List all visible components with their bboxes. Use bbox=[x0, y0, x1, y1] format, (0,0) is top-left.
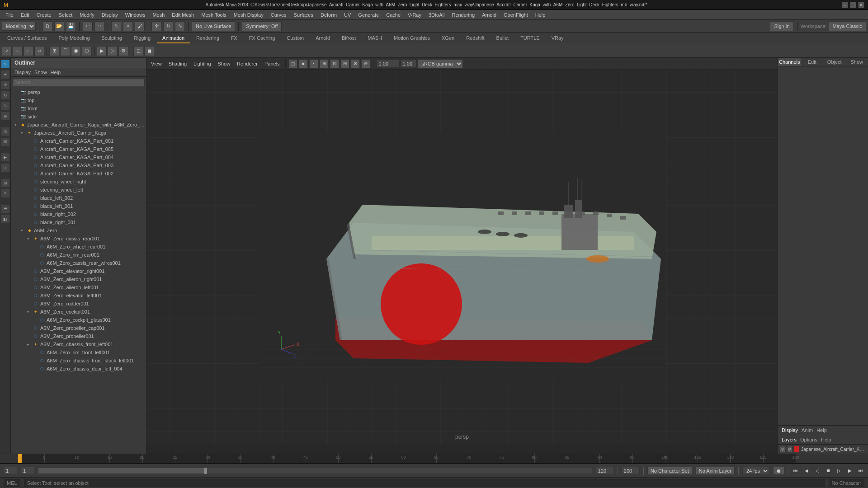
layer-tab-layers[interactable]: Layers bbox=[782, 437, 797, 442]
viewport-ctrl-btn[interactable]: ⊡ bbox=[330, 59, 339, 68]
outliner-item[interactable]: 📷side bbox=[11, 113, 146, 121]
outliner-item[interactable]: ⬡blade_right_002 bbox=[11, 210, 146, 218]
menu-item-cache[interactable]: Cache bbox=[382, 11, 404, 19]
right-tab-show[interactable]: Show bbox=[845, 58, 868, 66]
no-character-set-btn[interactable]: No Character Set bbox=[647, 467, 692, 475]
step-fwd-btn[interactable]: ▶ bbox=[846, 467, 854, 474]
menu-item-file[interactable]: File bbox=[2, 11, 17, 19]
outliner-item[interactable]: ⬡A6M_Zero_aileron_left001 bbox=[11, 283, 146, 291]
outliner-item[interactable]: ▸✦A6M_Zero_chassis_front_left001 bbox=[11, 340, 146, 348]
minimize-button[interactable]: ─ bbox=[842, 2, 848, 8]
render-btn[interactable]: ▶ bbox=[97, 46, 107, 56]
outliner-item[interactable]: ⬡A6M_Zero_propeller001 bbox=[11, 332, 146, 340]
scale-btn[interactable]: ⤡ bbox=[175, 21, 185, 31]
vertex-btn[interactable]: V bbox=[2, 46, 12, 56]
menu-item-surfaces[interactable]: Surfaces bbox=[290, 11, 317, 19]
rotate-btn[interactable]: ↻ bbox=[163, 21, 173, 31]
menu-item-mesh-tools[interactable]: Mesh Tools bbox=[198, 11, 230, 19]
right-tab-object[interactable]: Object bbox=[823, 58, 846, 66]
animation-range-bar[interactable] bbox=[38, 468, 592, 474]
outliner-item[interactable]: ▾✦A6M_Zero_cassis_rear001 bbox=[11, 235, 146, 243]
scale-tool-icon[interactable]: ⤡ bbox=[1, 101, 10, 110]
gamma-input[interactable] bbox=[401, 60, 416, 68]
outliner-item[interactable]: ⬡A6M_Zero_elevator_left001 bbox=[11, 291, 146, 300]
snap-surface-btn[interactable]: ⬡ bbox=[82, 46, 92, 56]
tab-sculpting[interactable]: Sculpting bbox=[96, 33, 127, 43]
viewport[interactable]: ViewShadingLightingShowRendererPanels◻■▪… bbox=[146, 58, 778, 454]
step-back-btn[interactable]: ◀ bbox=[803, 467, 810, 474]
tab-vray[interactable]: VRay bbox=[546, 33, 569, 43]
menu-item-mesh[interactable]: Mesh bbox=[149, 11, 168, 19]
no-live-surface-btn[interactable]: No Live Surface bbox=[192, 21, 235, 31]
workspace-value-btn[interactable]: Maya Classic bbox=[829, 21, 866, 31]
redo-btn[interactable]: ↪ bbox=[94, 21, 104, 31]
menu-item-curves[interactable]: Curves bbox=[267, 11, 290, 19]
play-fwd-btn[interactable]: ▷ bbox=[835, 467, 843, 474]
outliner-item[interactable]: ⬡A6M_Zero_wheel_rear001 bbox=[11, 243, 146, 251]
outliner-item[interactable]: ⬡steering_wheel_right bbox=[11, 178, 146, 186]
outliner-item[interactable]: ⬡Aircraft_Carrier_KAGA_Part_003 bbox=[11, 161, 146, 169]
viewport-ctrl-btn[interactable]: ⊟ bbox=[340, 59, 349, 68]
stop-btn[interactable]: ⏹ bbox=[825, 467, 832, 474]
outliner-menu-show[interactable]: Show bbox=[34, 70, 47, 75]
skip-start-btn[interactable]: ⏮ bbox=[792, 467, 799, 474]
outliner-item[interactable]: ⬡Aircraft_Carrier_KAGA_Part_001 bbox=[11, 137, 146, 145]
tab-fx-caching[interactable]: FX Caching bbox=[244, 33, 280, 43]
outliner-item[interactable]: ⬡A6M_Zero_aileron_right001 bbox=[11, 275, 146, 283]
snap-grid-btn[interactable]: ⊞ bbox=[49, 46, 59, 56]
object-btn[interactable]: O bbox=[34, 46, 44, 56]
outliner-item[interactable]: ⬡A6M_Zero_chassis_front_stock_left001 bbox=[11, 357, 146, 365]
menu-item-edit[interactable]: Edit bbox=[17, 11, 33, 19]
fps-dropdown[interactable]: 24 fps 30 fps bbox=[742, 467, 769, 475]
menu-item-windows[interactable]: Windows bbox=[122, 11, 149, 19]
display-tab-display[interactable]: Display bbox=[782, 427, 798, 433]
display-tab-anim[interactable]: Anim bbox=[802, 427, 813, 433]
select-btn[interactable]: ↖ bbox=[111, 21, 121, 31]
hardware-render-icon[interactable]: ▷ bbox=[1, 163, 10, 172]
tab-custom[interactable]: Custom bbox=[281, 33, 309, 43]
symmetry-btn[interactable]: Symmetry: Off bbox=[242, 21, 282, 31]
outliner-item[interactable]: ▾◆A6M_Zero bbox=[11, 226, 146, 235]
show-manipulator-icon[interactable]: ⊞ bbox=[1, 178, 10, 188]
menu-item-select[interactable]: Select bbox=[55, 11, 76, 19]
outliner-menu-help[interactable]: Help bbox=[51, 70, 61, 75]
lasso-btn[interactable]: ⌖ bbox=[123, 21, 133, 31]
paint-btn[interactable]: 🖌 bbox=[135, 21, 145, 31]
display-tab-help[interactable]: Help bbox=[816, 427, 827, 433]
undo-btn[interactable]: ↩ bbox=[83, 21, 93, 31]
close-button[interactable]: ✕ bbox=[858, 2, 864, 8]
layer-visibility-v[interactable]: V bbox=[780, 446, 785, 452]
menu-item-generate[interactable]: Generate bbox=[354, 11, 382, 19]
layers-icon[interactable]: ☰ bbox=[1, 204, 10, 213]
outliner-item[interactable]: ⬡A6M_Zero_rim_rear001 bbox=[11, 251, 146, 259]
viewport-ctrl-btn[interactable]: ⊞ bbox=[320, 59, 329, 68]
layer-tab-help[interactable]: Help bbox=[821, 437, 831, 442]
right-tab-channels[interactable]: Channels bbox=[778, 58, 801, 66]
menu-item-display[interactable]: Display bbox=[98, 11, 122, 19]
menu-item-create[interactable]: Create bbox=[33, 11, 55, 19]
play-back-btn[interactable]: ◁ bbox=[814, 467, 821, 474]
tab-motion-graphics[interactable]: Motion Graphics bbox=[388, 33, 435, 43]
timeline-ruler[interactable]: 1510152025303540455055606570758085909510… bbox=[18, 454, 796, 463]
menu-item-edit-mesh[interactable]: Edit Mesh bbox=[168, 11, 198, 19]
custom-attr-icon[interactable]: ≡ bbox=[1, 189, 10, 198]
playback-end-input[interactable] bbox=[622, 467, 640, 475]
outliner-item[interactable]: ⬡A6M_Zero_propeller_cap001 bbox=[11, 324, 146, 332]
menu-item-modify[interactable]: Modify bbox=[76, 11, 98, 19]
viewport-menu-view[interactable]: View bbox=[148, 59, 165, 69]
viewport-ctrl-btn[interactable]: ◻ bbox=[288, 59, 297, 68]
universal-tool-icon[interactable]: ⊕ bbox=[1, 112, 10, 121]
outliner-item[interactable]: ▾◆Japanese_Aircraft_Carrier_Kaga_with_A6… bbox=[11, 121, 146, 129]
tab-fx[interactable]: FX bbox=[226, 33, 243, 43]
tab-arnold[interactable]: Arnold bbox=[310, 33, 335, 43]
viewport-ctrl-btn[interactable]: ■ bbox=[299, 59, 308, 68]
outliner-item[interactable]: ▾✦A6M_Zero_cockpit001 bbox=[11, 308, 146, 316]
outliner-item[interactable]: ⬡A6M_Zero_rudder001 bbox=[11, 300, 146, 308]
exposure-input[interactable] bbox=[377, 60, 399, 68]
menu-item-openflight[interactable]: OpenFlight bbox=[500, 11, 532, 19]
skip-end-btn[interactable]: ⏭ bbox=[857, 467, 864, 474]
open-btn[interactable]: 📂 bbox=[54, 21, 64, 31]
outliner-item[interactable]: ⬡A6M_Zero_rim_front_left001 bbox=[11, 348, 146, 357]
viewport-ctrl-btn[interactable]: ⊛ bbox=[361, 59, 370, 68]
tab-mash[interactable]: MASH bbox=[362, 33, 387, 43]
